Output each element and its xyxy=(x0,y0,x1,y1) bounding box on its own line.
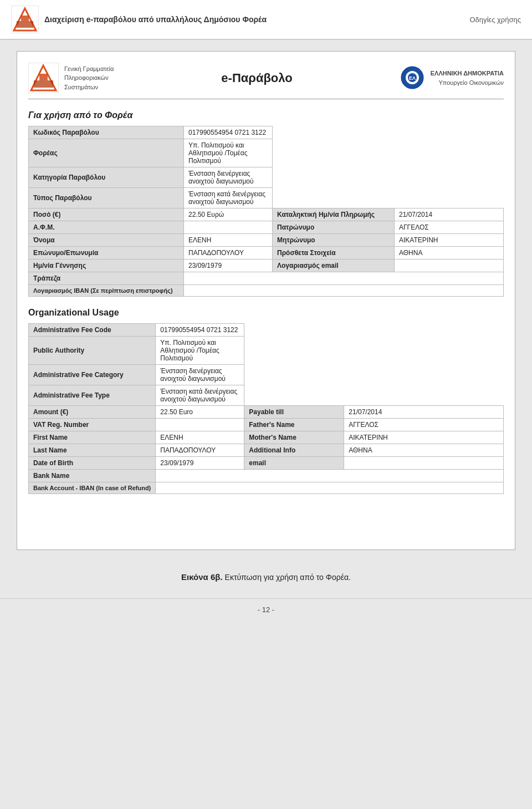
header-subtitle: Οδηγίες χρήσης xyxy=(469,16,521,24)
gov-name: ΕΛΛΗΝΙΚΗ ΔΗΜΟΚΡΑΤΙΑ Υπουργείο Οικονομικώ… xyxy=(431,69,504,87)
table-row: Φορέας Υπ. Πολιτισμού και Αθλητισμού /Το… xyxy=(29,139,504,167)
svg-rect-2 xyxy=(17,21,33,28)
table-row: Amount (€) 22.50 Euro Payable till 21/07… xyxy=(29,406,504,419)
value-trapeza xyxy=(184,272,504,285)
doc-header: Γενική Γραμματεία Πληροφοριακών Συστημάτ… xyxy=(28,63,504,99)
table-row: First Name ΕΛΕΝΗ Mother's Name ΑΙΚΑΤΕΡΙΝ… xyxy=(29,431,504,444)
value-payable-till: 21/07/2014 xyxy=(344,406,504,419)
page-header: Διαχείριση e-παραβόλου από υπαλλήλους Δη… xyxy=(0,0,532,40)
value-last-name: ΠΑΠΑΔΟΠΟΥΛΟΥ xyxy=(156,444,244,457)
label-logariasmos-email-gr: Λογαριασμός email xyxy=(273,260,395,272)
value-amount-en: 22.50 Euro xyxy=(156,406,244,419)
label-email: email xyxy=(244,457,344,470)
value-email-gr xyxy=(395,260,504,272)
value-afm xyxy=(184,221,273,234)
table-row: Ημ/νία Γέννησης 23/09/1979 Λογαριασμός e… xyxy=(29,260,504,272)
doc-org-name: Γενική Γραμματεία Πληροφοριακών Συστημάτ… xyxy=(64,64,114,92)
table-row: Administrative Fee Code 017990554954 072… xyxy=(29,324,504,337)
value-adm-cat: Ένσταση διενέργειας ανοιχτού διαγωνισμού xyxy=(156,365,244,385)
label-iban-gr: Λογαριασμός IBAN (Σε περίπτωση επιστροφή… xyxy=(29,285,184,297)
table-row: Τύπος Παραβόλου Ένσταση κατά διενέργειας… xyxy=(29,188,504,208)
table-row: Ποσό (€) 22.50 Ευρώ Καταληκτική Ημ/νία Π… xyxy=(29,208,504,221)
table-row: Όνομα ΕΛΕΝΗ Μητρώνυμο ΑΙΚΑΤΕΡΙΝΗ xyxy=(29,234,504,247)
doc-logo-icon xyxy=(28,63,59,93)
svg-rect-3 xyxy=(21,16,29,21)
table-row: Τράπεζα xyxy=(29,272,504,285)
label-kataliktiki: Καταληκτική Ημ/νία Πληρωμής xyxy=(273,208,395,221)
caption: Εικόνα 6β. Εκτύπωση για χρήση από το Φορ… xyxy=(17,561,515,587)
label-fathers-name: Father's Name xyxy=(244,419,344,431)
greek-info-table: Κωδικός Παραβόλου 017990554954 0721 3122… xyxy=(28,126,504,297)
gov-line1: ΕΛΛΗΝΙΚΗ ΔΗΜΟΚΡΑΤΙΑ xyxy=(431,70,504,77)
label-date-of-birth: Date of Birth xyxy=(29,457,156,470)
table-row: Administrative Fee Type Ένσταση κατά διε… xyxy=(29,385,504,406)
value-foreas: Υπ. Πολιτισμού και Αθλητισμού /Τομέας Πο… xyxy=(184,139,273,167)
org-line2: Πληροφοριακών xyxy=(64,74,109,81)
page-number: - 12 - xyxy=(0,598,532,620)
value-patronymo: ΑΓΓΕΛΟΣ xyxy=(395,221,504,234)
header-left: Διαχείριση e-παραβόλου από υπαλλήλους Δη… xyxy=(11,6,267,33)
value-eponymo: ΠΑΠΑΔΟΠΟΥΛΟΥ xyxy=(184,247,273,260)
value-kataliktiki: 21/07/2014 xyxy=(395,208,504,221)
table-row: Administrative Fee Category Ένσταση διεν… xyxy=(29,365,504,385)
table-row: VAT Reg. Number Father's Name ΑΓΓΕΛΟΣ xyxy=(29,419,504,431)
label-vat: VAT Reg. Number xyxy=(29,419,156,431)
label-trapeza: Τράπεζα xyxy=(29,272,184,285)
table-row: Bank Name xyxy=(29,470,504,482)
logo-icon xyxy=(11,6,39,33)
org-section-title: Organizational Usage xyxy=(28,308,504,318)
gov-line2: Υπουργείο Οικονομικών xyxy=(438,79,504,86)
table-row: Date of Birth 23/09/1979 email xyxy=(29,457,504,470)
caption-text: Εκτύπωση για χρήση από το Φορέα. xyxy=(223,573,351,582)
table-row: Bank Account - IBAN (In case of Refund) xyxy=(29,482,504,494)
label-mitronymo: Μητρώνυμο xyxy=(273,234,395,247)
label-mothers-name: Mother's Name xyxy=(244,431,344,444)
value-email xyxy=(344,457,504,470)
value-first-name: ΕΛΕΝΗ xyxy=(156,431,244,444)
label-adm-code: Administrative Fee Code xyxy=(29,324,156,337)
table-row: Κατηγορία Παραβόλου Ένσταση διενέργειας … xyxy=(29,167,504,188)
label-bank-name: Bank Name xyxy=(29,470,156,482)
header-title: Διαχείριση e-παραβόλου από υπαλλήλους Δη… xyxy=(44,15,267,24)
value-iban-gr xyxy=(184,285,504,297)
table-row: Α.Φ.Μ. Πατρώνυμο ΑΓΓΕΛΟΣ xyxy=(29,221,504,234)
doc-title: e-Παράβολο xyxy=(221,71,292,85)
value-bank-name xyxy=(156,470,504,482)
label-adm-type: Administrative Fee Type xyxy=(29,385,156,406)
org-info-table: Administrative Fee Code 017990554954 072… xyxy=(28,323,504,494)
value-adm-type: Ένσταση κατά διενέργειας ανοιχτού διαγων… xyxy=(156,385,244,406)
svg-rect-7 xyxy=(39,74,48,80)
table-row: Public Authority Υπ. Πολιτισμού και Αθλη… xyxy=(29,337,504,365)
table-row: Last Name ΠΑΠΑΔΟΠΟΥΛΟΥ Additional Info Α… xyxy=(29,444,504,457)
svg-rect-6 xyxy=(34,80,53,88)
label-last-name: Last Name xyxy=(29,444,156,457)
label-bank-iban: Bank Account - IBAN (In case of Refund) xyxy=(29,482,156,494)
label-payable-till: Payable till xyxy=(244,406,344,419)
label-poso: Ποσό (€) xyxy=(29,208,184,221)
value-bank-iban xyxy=(156,482,504,494)
label-typos: Τύπος Παραβόλου xyxy=(29,188,184,208)
document-card: Γενική Γραμματεία Πληροφοριακών Συστημάτ… xyxy=(17,51,515,550)
caption-bold: Εικόνα 6β. xyxy=(181,572,223,582)
label-eponymo: Επώνυμο/Επωνυμία xyxy=(29,247,184,260)
doc-header-left: Γενική Γραμματεία Πληροφοριακών Συστημάτ… xyxy=(28,63,114,93)
value-typos: Ένσταση κατά διενέργειας ανοιχτού διαγων… xyxy=(184,188,273,208)
page-wrapper: Γενική Γραμματεία Πληροφοριακών Συστημάτ… xyxy=(0,40,532,598)
value-vat xyxy=(156,419,244,431)
value-mitronymo: ΑΙΚΑΤΕΡΙΝΗ xyxy=(395,234,504,247)
label-first-name: First Name xyxy=(29,431,156,444)
label-amount-en: Amount (€) xyxy=(29,406,156,419)
label-dob-gr: Ημ/νία Γέννησης xyxy=(29,260,184,272)
label-patronymo: Πατρώνυμο xyxy=(273,221,395,234)
value-onoma: ΕΛΕΝΗ xyxy=(184,234,273,247)
table-row: Κωδικός Παραβόλου 017990554954 0721 3122 xyxy=(29,126,504,139)
greek-emblem-icon: ΕΛ xyxy=(400,65,425,90)
label-additional-info: Additional Info xyxy=(244,444,344,457)
label-kategoria: Κατηγορία Παραβόλου xyxy=(29,167,184,188)
svg-text:ΕΛ: ΕΛ xyxy=(409,75,416,81)
label-onoma: Όνομα xyxy=(29,234,184,247)
label-prostheta: Πρόσθετα Στοιχεία xyxy=(273,247,395,260)
greek-section-title: Για χρήση από το Φορέα xyxy=(28,110,504,120)
value-adm-code: 017990554954 0721 3122 xyxy=(156,324,244,337)
label-foreas: Φορέας xyxy=(29,139,184,167)
